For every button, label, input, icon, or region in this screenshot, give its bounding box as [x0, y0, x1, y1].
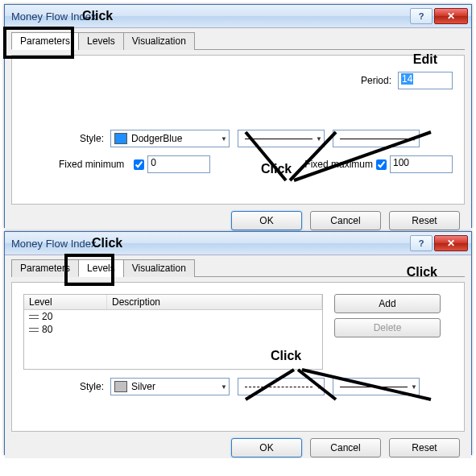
fixed-min-checkbox[interactable] — [134, 159, 144, 170]
side-buttons: Add Delete — [334, 294, 441, 370]
help-button[interactable]: ? — [410, 8, 433, 24]
delete-button[interactable]: Delete — [334, 318, 441, 337]
tab-visualization[interactable]: Visualization — [123, 32, 195, 50]
fixed-max-checkbox[interactable] — [376, 159, 387, 170]
color-swatch — [114, 133, 127, 144]
reset-button[interactable]: Reset — [389, 211, 460, 230]
color-swatch — [114, 381, 127, 392]
ok-button[interactable]: OK — [231, 211, 302, 230]
level-icon — [29, 313, 39, 320]
tab-levels[interactable]: Levels — [78, 259, 124, 277]
style-color-dropdown[interactable]: DodgerBlue ▼ — [110, 130, 230, 147]
chevron-down-icon: ▼ — [316, 135, 322, 143]
fixed-max-label: Fixed maximum — [304, 159, 373, 170]
chevron-down-icon: ▼ — [411, 383, 417, 391]
style-color-name: DodgerBlue — [131, 133, 182, 144]
ok-button[interactable]: OK — [231, 438, 302, 457]
style-line-dropdown[interactable]: ▼ — [238, 130, 325, 147]
titlebar[interactable]: Money Flow Index ? ✕ — [5, 5, 471, 28]
line-preview — [340, 387, 408, 387]
tab-levels[interactable]: Levels — [78, 32, 124, 50]
tab-panel: Level Description 20 80 Add Delete — [11, 282, 465, 432]
table-row[interactable]: 20 — [24, 310, 322, 323]
line-preview — [340, 139, 408, 139]
annotation-click-tab: Click — [92, 236, 122, 250]
annotation-edit: Edit — [413, 52, 437, 67]
style-width-dropdown[interactable]: ▼ — [333, 378, 420, 395]
period-label: Period: — [361, 75, 398, 86]
reset-button[interactable]: Reset — [389, 438, 460, 457]
cancel-button[interactable]: Cancel — [310, 438, 381, 457]
fixed-min-label: Fixed minimum — [59, 159, 130, 170]
tab-panel: Period: 14 Style: DodgerBlue ▼ ▼ — [11, 55, 465, 205]
line-preview — [245, 139, 313, 139]
col-level[interactable]: Level — [24, 295, 107, 309]
help-button[interactable]: ? — [410, 235, 433, 251]
table-row[interactable]: 80 — [24, 323, 322, 336]
tab-bar: Parameters Colors Levels Visualization — [11, 259, 465, 277]
style-color-name: Silver — [131, 381, 155, 392]
chevron-down-icon: ▼ — [221, 135, 227, 143]
window-title: Money Flow Index — [11, 10, 408, 23]
window-title: Money Flow Index — [11, 238, 408, 250]
fixed-max-input[interactable]: 100 — [390, 155, 453, 173]
cancel-button[interactable]: Cancel — [310, 211, 381, 230]
tab-visualization[interactable]: Visualization — [123, 259, 195, 277]
style-label: Style: — [23, 133, 110, 144]
table-header: Level Description — [24, 295, 322, 310]
dialog-buttons: OK Cancel Reset — [11, 432, 465, 462]
close-button[interactable]: ✕ — [434, 8, 468, 24]
chevron-down-icon: ▼ — [411, 135, 417, 143]
col-description[interactable]: Description — [107, 295, 322, 309]
annotation-click-tab: Click — [82, 9, 113, 23]
close-button[interactable]: ✕ — [434, 235, 468, 251]
style-width-dropdown[interactable]: ▼ — [333, 130, 420, 147]
annotation-click-style: Click — [271, 349, 301, 363]
period-input[interactable]: 14 — [398, 72, 453, 89]
annotation-click-add: Click — [407, 265, 437, 279]
tab-bar: Parameters Colors Levels Visualization — [11, 31, 465, 50]
dialog-parameters: Money Flow Index ? ✕ Click Edit Click Pa… — [4, 4, 472, 228]
style-line-dropdown[interactable]: ▼ — [238, 378, 325, 395]
fixed-min-input[interactable]: 0 — [147, 155, 210, 173]
chevron-down-icon: ▼ — [221, 383, 227, 391]
style-color-dropdown[interactable]: Silver ▼ — [110, 378, 230, 395]
titlebar[interactable]: Money Flow Index ? ✕ — [5, 232, 471, 255]
style-label: Style: — [23, 381, 110, 392]
annotation-click-style: Click — [261, 162, 292, 176]
level-icon — [29, 326, 39, 333]
line-preview-dashed — [245, 387, 313, 387]
tab-parameters[interactable]: Parameters — [11, 32, 79, 50]
tab-parameters[interactable]: Parameters — [11, 259, 79, 277]
chevron-down-icon: ▼ — [316, 383, 322, 391]
add-button[interactable]: Add — [334, 294, 441, 313]
dialog-levels: Money Flow Index ? ✕ Click Click Click P… — [4, 231, 472, 455]
